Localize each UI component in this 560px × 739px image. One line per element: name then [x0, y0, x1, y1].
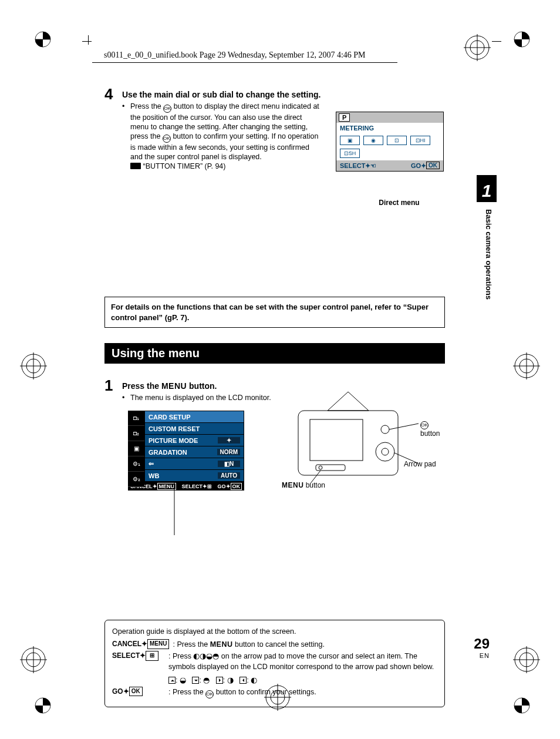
svg-rect-30	[298, 411, 398, 475]
menu-footer: CANCEL✦MENU SELECT✦⊞ GO✦OK	[128, 482, 244, 491]
metering-option: ⊡	[387, 136, 407, 145]
svg-point-3	[35, 698, 50, 713]
ok-icon: OK	[420, 421, 429, 429]
registration-mark-icon	[464, 34, 491, 61]
svg-rect-35	[316, 465, 345, 471]
trim-line	[82, 41, 92, 42]
chapter-title: Basic camera operations	[484, 209, 493, 300]
step4-heading: Use the main dial or sub dial to change …	[122, 85, 445, 99]
menu-row: CUSTOM RESET	[145, 423, 244, 435]
metering-option: ◉	[363, 136, 383, 145]
trim-line	[492, 41, 501, 42]
svg-point-4	[514, 698, 529, 713]
page-lang: EN	[474, 652, 490, 659]
menu-row: CARD SETUP	[145, 411, 244, 423]
direct-menu-footer: SELECT✦☜ GO✦OK	[336, 160, 443, 171]
menu-body: CARD SETUP CUSTOM RESET PICTURE MODE✦ GR…	[144, 411, 244, 482]
menu-row: PICTURE MODE✦	[145, 435, 244, 446]
arrow-left-icon	[239, 677, 247, 684]
chapter-number: 1	[477, 175, 497, 202]
page-footer: 29 EN	[474, 636, 490, 659]
arrow-right-icon	[216, 677, 223, 684]
svg-point-2	[514, 32, 529, 47]
connector-line	[174, 482, 175, 535]
menu-row: GRADATIONNORM	[145, 446, 244, 458]
header-rule	[92, 62, 397, 63]
arrow-pad-label: Arrow pad	[404, 460, 436, 468]
menu-screenshot: ◘₁ ◘₂ ▣ ⚙₁ ⚙₂ CARD SETUP CUSTOM RESET PI…	[128, 411, 244, 491]
direct-menu-screenshot: P METERING ▣ ◉ ⊡ ⊡HI ⊡SH SELECT✦☜ GO✦OK	[336, 112, 444, 172]
arrow-down-icon	[192, 677, 199, 684]
crop-mark-icon	[513, 31, 531, 48]
metering-option: ▣	[340, 136, 360, 145]
registration-mark-icon	[513, 646, 540, 673]
ok-icon: OK	[205, 690, 214, 698]
step1-heading-before: Press the	[122, 381, 161, 391]
step4-body: Press the OK button to display the direc…	[122, 102, 322, 171]
trim-line	[88, 35, 89, 45]
direct-menu-caption: Direct menu	[352, 199, 446, 207]
section-heading: Using the menu	[104, 343, 445, 364]
step4-reference: “BUTTON TIMER” (P. 94)	[143, 162, 225, 170]
opbox-go-row: GO✦OK : Press the OK button to confirm y…	[112, 687, 437, 698]
opbox-lead: Operation guide is displayed at the bott…	[112, 626, 437, 637]
note-box-text: For details on the functions that can be…	[111, 303, 429, 322]
registration-mark-icon	[20, 352, 47, 379]
opbox-cancel-row: CANCEL✦MENU : Press the MENU button to c…	[112, 639, 437, 650]
reference-icon	[130, 163, 141, 169]
svg-point-0	[35, 32, 50, 47]
arrow-up-icon	[168, 677, 176, 684]
svg-point-34	[381, 425, 389, 434]
mode-indicator: P	[339, 113, 350, 122]
svg-rect-31	[310, 419, 363, 461]
opbox-select-row: SELECT✦⊞ : Press ◐◑◒◓ on the arrow pad t…	[112, 651, 437, 685]
registration-mark-icon	[20, 646, 47, 673]
svg-point-32	[376, 442, 394, 461]
crop-mark-icon	[34, 31, 52, 48]
ok-icon: OK	[163, 135, 171, 143]
ok-icon: OK	[163, 105, 171, 113]
menu-tab: ◘₂	[128, 426, 144, 441]
ok-button-label: OK button	[420, 419, 445, 438]
menu-row: WBAUTO	[145, 470, 244, 482]
menu-tab: ◘₁	[128, 411, 144, 426]
menu-tabs: ◘₁ ◘₂ ▣ ⚙₁ ⚙₂	[128, 411, 144, 487]
step1-heading-after: button.	[187, 381, 217, 391]
menu-tab: ⚙₁	[128, 456, 144, 472]
crop-mark-icon	[513, 697, 531, 714]
direct-menu-header: P	[336, 112, 443, 123]
operation-guide-box: Operation guide is displayed at the bott…	[104, 620, 445, 707]
running-header: s0011_e_00_0_unified.book Page 29 Wednes…	[104, 51, 366, 60]
step-number-4: 4	[104, 85, 113, 103]
registration-mark-icon	[513, 352, 540, 379]
direct-menu-cells: ▣ ◉ ⊡ ⊡HI ⊡SH	[336, 133, 443, 160]
svg-line-37	[389, 424, 419, 429]
metering-option: ⊡HI	[410, 136, 430, 145]
metering-option: ⊡SH	[340, 149, 360, 158]
camera-illustration: OK button Arrow pad MENU button	[286, 387, 445, 493]
svg-point-36	[319, 466, 322, 469]
menu-tab: ⚙₂	[128, 472, 144, 487]
chapter-tab: 1 Basic camera operations	[484, 176, 493, 300]
arrow-cluster-icon: ◐◑◒◓	[193, 652, 219, 660]
menu-word: MENU	[161, 381, 187, 391]
step4-text-part1: Press the	[130, 102, 163, 110]
note-box: For details on the functions that can be…	[104, 297, 445, 328]
menu-tab: ▣	[128, 441, 144, 456]
step-number-1: 1	[104, 377, 113, 395]
arrow-mapping: : ◒ : ◓ : ◑ : ◐	[168, 675, 437, 686]
direct-menu-title: METERING	[336, 123, 443, 133]
menu-row: ⇐◧N	[145, 458, 244, 470]
page-number: 29	[474, 636, 490, 652]
svg-point-33	[382, 448, 389, 455]
menu-button-label: MENU button	[282, 481, 325, 489]
crop-mark-icon	[34, 697, 52, 714]
